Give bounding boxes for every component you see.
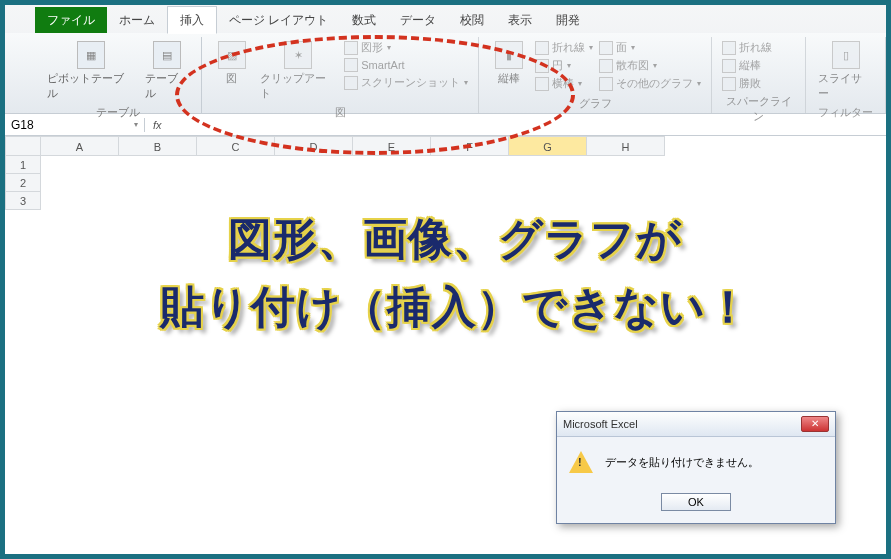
- slicer-button[interactable]: ▯スライサー: [814, 39, 877, 103]
- row-header[interactable]: 2: [5, 174, 41, 192]
- dialog-ok-button[interactable]: OK: [661, 493, 731, 511]
- sparkline-column-button[interactable]: 縦棒: [720, 57, 774, 74]
- dropdown-icon: ▾: [589, 43, 593, 52]
- area-chart-icon: [599, 41, 613, 55]
- line-chart-icon: [535, 41, 549, 55]
- screenshot-icon: [344, 76, 358, 90]
- clipart-label: クリップアート: [260, 71, 337, 101]
- smartart-button[interactable]: SmartArt: [342, 57, 470, 73]
- tab-data[interactable]: データ: [388, 7, 448, 33]
- line-chart-button[interactable]: 折れ線▾: [533, 39, 595, 56]
- scatter-chart-icon: [599, 59, 613, 73]
- sparkline-winloss-button[interactable]: 勝敗: [720, 75, 774, 92]
- col-header-selected[interactable]: G: [509, 136, 587, 156]
- bar-chart-label: 横棒: [552, 76, 574, 91]
- smartart-icon: [344, 58, 358, 72]
- col-header[interactable]: B: [119, 136, 197, 156]
- pivot-table-button[interactable]: ▦ピボットテーブル: [43, 39, 139, 103]
- dropdown-icon: ▾: [631, 43, 635, 52]
- group-charts-label: グラフ: [487, 94, 703, 113]
- slicer-icon: ▯: [832, 41, 860, 69]
- shapes-button[interactable]: 図形▾: [342, 39, 470, 56]
- pie-chart-icon: [535, 59, 549, 73]
- dropdown-icon: ▾: [387, 43, 391, 52]
- col-header[interactable]: H: [587, 136, 665, 156]
- screenshot-button[interactable]: スクリーンショット▾: [342, 74, 470, 91]
- fx-label: fx: [145, 119, 170, 131]
- other-chart-icon: [599, 77, 613, 91]
- other-chart-button[interactable]: その他のグラフ▾: [597, 75, 703, 92]
- pie-chart-label: 円: [552, 58, 563, 73]
- smartart-label: SmartArt: [361, 59, 404, 71]
- scatter-chart-button[interactable]: 散布図▾: [597, 57, 703, 74]
- caption-line-1: 図形、画像、グラフが: [228, 214, 682, 263]
- pie-chart-button[interactable]: 円▾: [533, 57, 595, 74]
- tab-formulas[interactable]: 数式: [340, 7, 388, 33]
- dropdown-icon: ▾: [567, 61, 571, 70]
- caption-overlay: 図形、画像、グラフが 貼り付け（挿入）できない！: [55, 205, 855, 341]
- screenshot-label: スクリーンショット: [361, 75, 460, 90]
- dropdown-icon: ▾: [653, 61, 657, 70]
- tab-developer[interactable]: 開発: [544, 7, 592, 33]
- ribbon-groups: ▦ピボットテーブル ▤テーブル テーブル ▨図 ✶クリップアート 図形▾ Sma…: [5, 33, 886, 113]
- sparkline-line-label: 折れ線: [739, 40, 772, 55]
- group-spark-label: スパークライン: [720, 92, 797, 126]
- pivot-icon: ▦: [77, 41, 105, 69]
- tab-home[interactable]: ホーム: [107, 7, 167, 33]
- dropdown-icon: ▾: [578, 79, 582, 88]
- dialog-close-button[interactable]: ✕: [801, 416, 829, 432]
- dropdown-icon: ▾: [134, 120, 138, 129]
- shapes-icon: [344, 41, 358, 55]
- group-filter-label: フィルター: [814, 103, 877, 122]
- col-header[interactable]: E: [353, 136, 431, 156]
- tab-review[interactable]: 校閲: [448, 7, 496, 33]
- scatter-chart-label: 散布図: [616, 58, 649, 73]
- line-chart-label: 折れ線: [552, 40, 585, 55]
- picture-label: 図: [226, 71, 237, 86]
- area-chart-label: 面: [616, 40, 627, 55]
- ribbon-tabs: ファイル ホーム 挿入 ページ レイアウト 数式 データ 校閲 表示 開発: [5, 5, 886, 33]
- area-chart-button[interactable]: 面▾: [597, 39, 703, 56]
- shapes-label: 図形: [361, 40, 383, 55]
- clipart-button[interactable]: ✶クリップアート: [256, 39, 341, 103]
- tab-file[interactable]: ファイル: [35, 7, 107, 33]
- col-header[interactable]: D: [275, 136, 353, 156]
- dialog-titlebar: Microsoft Excel ✕: [557, 412, 835, 437]
- group-illus-label: 図: [210, 103, 471, 122]
- table-icon: ▤: [153, 41, 181, 69]
- table-label: テーブル: [145, 71, 189, 101]
- pivot-label: ピボットテーブル: [47, 71, 135, 101]
- picture-button[interactable]: ▨図: [210, 39, 254, 103]
- row-header[interactable]: 3: [5, 192, 41, 210]
- col-header[interactable]: F: [431, 136, 509, 156]
- column-chart-label: 縦棒: [498, 71, 520, 86]
- caption-line-2: 貼り付け（挿入）できない！: [160, 282, 751, 331]
- group-illustrations: ▨図 ✶クリップアート 図形▾ SmartArt スクリーンショット▾ 図: [202, 37, 480, 113]
- dialog-title: Microsoft Excel: [563, 418, 638, 430]
- select-all-corner[interactable]: [5, 136, 41, 156]
- name-box-value: G18: [11, 118, 34, 132]
- col-header[interactable]: C: [197, 136, 275, 156]
- sparkline-column-label: 縦棒: [739, 58, 761, 73]
- column-chart-button[interactable]: ▮縦棒: [487, 39, 531, 94]
- dropdown-icon: ▾: [697, 79, 701, 88]
- sparkline-column-icon: [722, 59, 736, 73]
- bar-chart-button[interactable]: 横棒▾: [533, 75, 595, 92]
- tab-view[interactable]: 表示: [496, 7, 544, 33]
- tab-page-layout[interactable]: ページ レイアウト: [217, 7, 340, 33]
- row-header[interactable]: 1: [5, 156, 41, 174]
- table-button[interactable]: ▤テーブル: [141, 39, 193, 103]
- bar-chart-icon: [535, 77, 549, 91]
- tab-insert[interactable]: 挿入: [167, 6, 217, 34]
- group-tables: ▦ピボットテーブル ▤テーブル テーブル: [35, 37, 202, 113]
- sparkline-line-button[interactable]: 折れ線: [720, 39, 774, 56]
- slicer-label: スライサー: [818, 71, 873, 101]
- sparkline-winloss-icon: [722, 77, 736, 91]
- sparkline-line-icon: [722, 41, 736, 55]
- picture-icon: ▨: [218, 41, 246, 69]
- group-charts: ▮縦棒 折れ線▾ 円▾ 横棒▾ 面▾ 散布図▾ その他のグラフ▾ グラフ: [479, 37, 712, 113]
- dialog-message: データを貼り付けできません。: [605, 455, 759, 470]
- name-box[interactable]: G18▾: [5, 118, 145, 132]
- col-header[interactable]: A: [41, 136, 119, 156]
- warning-icon: [569, 451, 593, 473]
